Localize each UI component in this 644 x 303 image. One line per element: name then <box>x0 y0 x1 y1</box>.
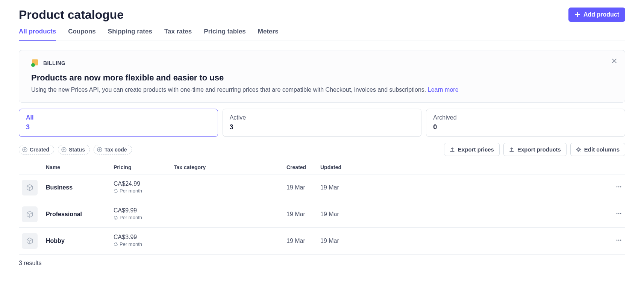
filter-label: Status <box>69 147 85 153</box>
column-pricing: Pricing <box>111 161 171 174</box>
filter-created[interactable]: Created <box>19 145 54 155</box>
stat-value: 0 <box>433 123 618 131</box>
stat-cards: All 3 Active 3 Archived 0 <box>19 109 625 137</box>
created-cell: 19 Mar <box>283 201 317 228</box>
plus-icon <box>574 12 580 18</box>
info-banner: BILLING Products are now more flexible a… <box>19 50 625 103</box>
price-period: Per month <box>114 188 142 194</box>
row-more-button[interactable] <box>354 183 622 190</box>
price-amount: CA$9.99 <box>114 207 168 214</box>
banner-label: BILLING <box>43 60 66 66</box>
svg-point-5 <box>618 186 620 188</box>
table-row[interactable]: BusinessCA$24.99Per month19 Mar19 Mar <box>19 174 625 201</box>
stat-label: Active <box>230 114 415 121</box>
column-created: Created <box>283 161 317 174</box>
recurring-icon <box>114 242 118 247</box>
tax-category-cell <box>171 174 283 201</box>
filter-label: Tax code <box>105 147 127 153</box>
product-box-icon <box>22 180 38 195</box>
billing-icon <box>31 59 39 67</box>
page-title: Product catalogue <box>19 8 124 22</box>
table-row[interactable]: HobbyCA$3.99Per month19 Mar19 Mar <box>19 228 625 255</box>
svg-point-3 <box>578 149 579 150</box>
price-amount: CA$3.99 <box>114 234 168 241</box>
export-icon <box>450 147 455 152</box>
svg-point-8 <box>618 213 620 214</box>
action-buttons: Export prices Export products Edit colum… <box>444 143 625 156</box>
updated-cell: 19 Mar <box>317 201 351 228</box>
row-more-button[interactable] <box>354 237 622 244</box>
tax-category-cell <box>171 201 283 228</box>
updated-cell: 19 Mar <box>317 228 351 255</box>
export-prices-button[interactable]: Export prices <box>444 143 500 156</box>
tax-category-cell <box>171 228 283 255</box>
export-icon <box>509 147 514 152</box>
close-icon[interactable] <box>611 58 617 64</box>
add-product-button[interactable]: Add product <box>568 8 625 22</box>
banner-title: Products are now more flexible and easie… <box>31 73 613 83</box>
plus-circle-icon <box>22 147 27 152</box>
plus-circle-icon <box>61 147 67 152</box>
stat-label: Archived <box>433 114 618 121</box>
svg-point-12 <box>620 240 621 241</box>
tab-pricing-tables[interactable]: Pricing tables <box>204 28 245 41</box>
results-count: 3 results <box>19 260 625 267</box>
product-name: Professional <box>46 211 82 217</box>
product-box-icon <box>22 233 38 249</box>
product-box-icon <box>22 206 38 222</box>
tab-meters[interactable]: Meters <box>258 28 279 41</box>
button-label: Export products <box>517 146 561 153</box>
stat-value: 3 <box>26 123 211 131</box>
plus-circle-icon <box>97 147 102 152</box>
price-amount: CA$24.99 <box>114 180 168 187</box>
price-period: Per month <box>114 215 142 220</box>
stat-card-active[interactable]: Active 3 <box>223 109 422 137</box>
banner-description: Using the new Prices API, you can create… <box>31 86 613 93</box>
tab-shipping-rates[interactable]: Shipping rates <box>108 28 152 41</box>
stat-card-all[interactable]: All 3 <box>19 109 218 137</box>
table-row[interactable]: ProfessionalCA$9.99Per month19 Mar19 Mar <box>19 201 625 228</box>
svg-point-7 <box>617 213 618 214</box>
svg-point-9 <box>620 213 621 214</box>
svg-point-10 <box>617 240 618 241</box>
tab-bar: All products Coupons Shipping rates Tax … <box>19 28 625 41</box>
stat-card-archived[interactable]: Archived 0 <box>426 109 625 137</box>
export-products-button[interactable]: Export products <box>503 143 567 156</box>
tab-all-products[interactable]: All products <box>19 28 56 41</box>
svg-point-6 <box>620 186 621 188</box>
filter-label: Created <box>30 147 49 153</box>
price-period: Per month <box>114 241 142 247</box>
filter-chips: Created Status Tax code <box>19 145 132 155</box>
gear-icon <box>576 147 581 152</box>
column-name: Name <box>43 161 111 174</box>
stat-value: 3 <box>230 123 415 131</box>
product-name: Hobby <box>46 238 65 244</box>
filter-tax-code[interactable]: Tax code <box>94 145 132 155</box>
button-label: Edit columns <box>584 146 620 153</box>
stat-label: All <box>26 114 211 121</box>
edit-columns-button[interactable]: Edit columns <box>570 143 625 156</box>
filter-status[interactable]: Status <box>58 145 90 155</box>
column-updated: Updated <box>317 161 351 174</box>
column-tax-category: Tax category <box>171 161 283 174</box>
tab-tax-rates[interactable]: Tax rates <box>164 28 192 41</box>
row-more-button[interactable] <box>354 210 622 217</box>
created-cell: 19 Mar <box>283 174 317 201</box>
add-product-label: Add product <box>583 11 619 18</box>
product-name: Business <box>46 184 73 191</box>
tab-coupons[interactable]: Coupons <box>68 28 96 41</box>
svg-point-4 <box>617 186 618 188</box>
recurring-icon <box>114 189 118 193</box>
recurring-icon <box>114 215 118 220</box>
products-table: Name Pricing Tax category Created Update… <box>19 161 625 255</box>
learn-more-link[interactable]: Learn more <box>428 86 459 93</box>
button-label: Export prices <box>458 146 494 153</box>
updated-cell: 19 Mar <box>317 174 351 201</box>
created-cell: 19 Mar <box>283 228 317 255</box>
svg-point-11 <box>618 240 620 241</box>
